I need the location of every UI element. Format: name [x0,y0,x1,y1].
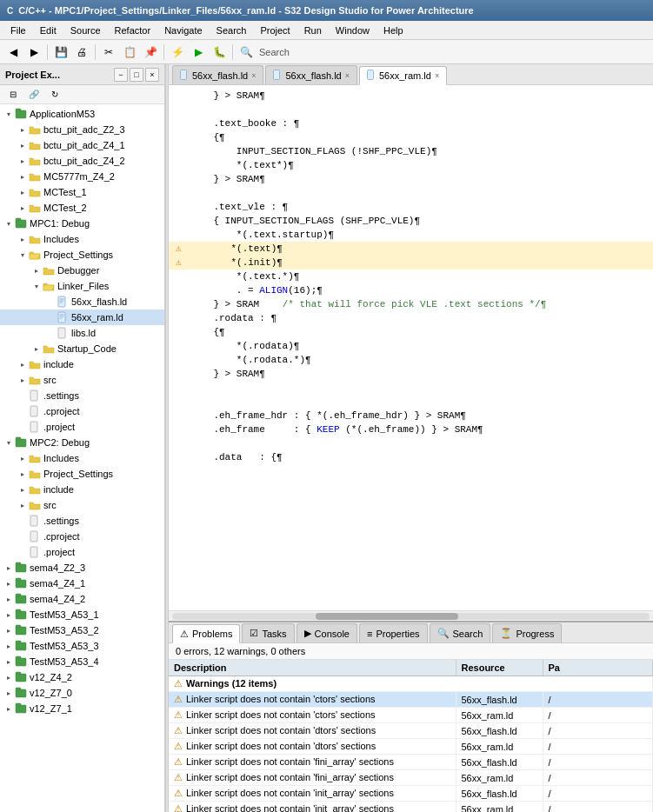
tree-arrow-icon[interactable]: ▸ [31,343,42,354]
tree-arrow-icon[interactable] [17,516,28,526]
tree-item[interactable]: ▸v12_Z7_0 [0,685,164,701]
tree-item[interactable]: ▸Debugger [0,263,164,278]
code-editor[interactable]: } > SRAM¶ .text_booke : ¶ {¶ INPUT_SECTI… [169,85,653,610]
tree-item[interactable]: ▸src [0,497,164,513]
hscroll-track[interactable] [172,613,650,620]
tree-arrow-icon[interactable]: ▸ [17,171,28,182]
tab-close-btn[interactable]: × [345,71,350,80]
menu-item-navigate[interactable]: Navigate [157,23,209,37]
menu-item-window[interactable]: Window [329,23,376,37]
tree-item[interactable]: 56xx_flash.ld [0,294,164,309]
table-row[interactable]: ⚠Linker script does not contain 'init_ar… [169,802,653,813]
tree-arrow-icon[interactable]: ▸ [3,703,14,714]
tree-item[interactable]: ▸Startup_Code [0,341,164,356]
tree-item[interactable]: ▸include [0,356,164,372]
tree-arrow-icon[interactable]: ▸ [17,187,28,197]
table-row[interactable]: ⚠Linker script does not contain 'ctors' … [169,708,653,723]
editor-tab[interactable]: 56xx_ram.ld × [359,66,447,85]
toolbar-search-btn[interactable]: 🔍 [237,43,256,62]
bottom-tab-progress[interactable]: ⏳ Progress [492,623,562,642]
tree-item[interactable]: ▸Project_Settings [0,466,164,482]
tab-close-btn[interactable]: × [435,71,439,80]
tree-arrow-icon[interactable]: ▸ [17,484,28,495]
tree-item[interactable]: ▸sema4_Z2_3 [0,560,164,576]
tree-item[interactable]: ▾Linker_Files [0,278,164,294]
tree-arrow-icon[interactable] [45,328,56,338]
toolbar-paste-btn[interactable]: 📌 [141,43,160,62]
tree-item[interactable]: .cproject [0,403,164,419]
bottom-tab-search[interactable]: 🔍 Search [430,623,491,642]
menu-item-edit[interactable]: Edit [33,23,63,37]
tree-item[interactable]: ▸v12_Z4_2 [0,669,164,685]
warning-group-row[interactable]: ⚠Warnings (12 items) [169,676,653,692]
tree-item[interactable]: ▸TestM53_A53_4 [0,654,164,669]
menu-item-file[interactable]: File [3,23,33,37]
tree-arrow-icon[interactable] [17,390,28,401]
bottom-tab-properties[interactable]: ≡ Properties [359,623,428,642]
toolbar-run-btn[interactable]: ▶ [189,43,208,62]
table-row[interactable]: ⚠Linker script does not contain 'init_ar… [169,786,653,802]
tree-item[interactable]: ▾Project_Settings [0,247,164,263]
tree-arrow-icon[interactable] [45,312,56,323]
bottom-tab-tasks[interactable]: ☑ Tasks [242,623,294,642]
tree-arrow-icon[interactable]: ▸ [3,625,14,636]
tree-arrow-icon[interactable]: ▾ [3,218,14,229]
tab-close-btn[interactable]: × [251,71,256,80]
tree-arrow-icon[interactable]: ▸ [3,578,14,589]
tree-arrow-icon[interactable]: ▸ [17,124,28,135]
tree-item[interactable]: .project [0,419,164,435]
toolbar-back-btn[interactable]: ◀ [3,43,23,62]
tree-item[interactable]: ▾ApplicationM53 [0,106,164,122]
hscroll-thumb[interactable] [316,613,459,620]
toolbar-copy-btn[interactable]: 📋 [120,43,139,62]
tree-item[interactable]: ▸bctu_pit_adc_Z4_1 [0,137,164,153]
menu-item-project[interactable]: Project [253,23,297,37]
toolbar-cut-btn[interactable]: ✂ [99,43,118,62]
bottom-tab-console[interactable]: ▶ Console [297,623,357,642]
tree-item[interactable]: ▸TestM53_A53_3 [0,638,164,654]
tree-item[interactable]: .settings [0,513,164,529]
menu-item-source[interactable]: Source [63,23,108,37]
tree-item[interactable]: libs.ld [0,325,164,341]
tree-item[interactable]: .settings [0,388,164,403]
menu-item-refactor[interactable]: Refactor [108,23,158,37]
sidebar-collapse-all-btn[interactable]: ⊟ [3,85,23,104]
tree-arrow-icon[interactable]: ▸ [17,234,28,244]
tree-arrow-icon[interactable]: ▸ [3,562,14,573]
tree-arrow-icon[interactable] [17,531,28,542]
tree-arrow-icon[interactable]: ▸ [3,641,14,651]
tree-item[interactable]: ▸v12_Z7_1 [0,701,164,716]
tree-item[interactable]: ▸bctu_pit_adc_Z4_2 [0,153,164,169]
tree-arrow-icon[interactable]: ▸ [17,500,28,510]
tree-item[interactable]: ▸TestM53_A53_2 [0,622,164,638]
tree-arrow-icon[interactable] [17,547,28,557]
tree-item[interactable]: ▸include [0,482,164,497]
tree-item[interactable]: ▾MPC2: Debug [0,435,164,450]
tree-arrow-icon[interactable]: ▾ [31,281,42,291]
tree-item[interactable]: ▸Includes [0,450,164,466]
tree-item[interactable]: ▸sema4_Z4_2 [0,591,164,607]
toolbar-fwd-btn[interactable]: ▶ [24,43,43,62]
table-row[interactable]: ⚠Linker script does not contain 'fini_ar… [169,770,653,786]
editor-tab[interactable]: 56xx_flash.ld × [265,65,356,84]
tree-item[interactable]: ▾MPC1: Debug [0,216,164,231]
tree-arrow-icon[interactable]: ▾ [3,109,14,119]
sidebar-minimize-btn[interactable]: − [114,68,128,82]
tree-item[interactable]: ▸src [0,372,164,388]
tree-item[interactable]: ▸MCTest_1 [0,184,164,200]
toolbar-save-btn[interactable]: 💾 [51,43,70,62]
tree-item[interactable]: 56xx_ram.ld [0,309,164,325]
tree-arrow-icon[interactable] [17,406,28,416]
sidebar-maximize-btn[interactable]: □ [130,68,143,82]
editor-tab[interactable]: 56xx_flash.ld × [172,65,263,84]
tree-arrow-icon[interactable]: ▾ [17,250,28,260]
tree-arrow-icon[interactable]: ▸ [3,594,14,604]
menu-item-run[interactable]: Run [297,23,329,37]
bottom-tab-problems[interactable]: ⚠ Problems [172,624,240,643]
tree-arrow-icon[interactable]: ▸ [17,203,28,213]
tree-arrow-icon[interactable] [17,422,28,432]
tree-item[interactable]: .project [0,544,164,560]
tree-arrow-icon[interactable]: ▸ [3,609,14,620]
tree-item[interactable]: ▸MC5777m_Z4_2 [0,169,164,184]
toolbar-build-btn[interactable]: ⚡ [168,43,187,62]
